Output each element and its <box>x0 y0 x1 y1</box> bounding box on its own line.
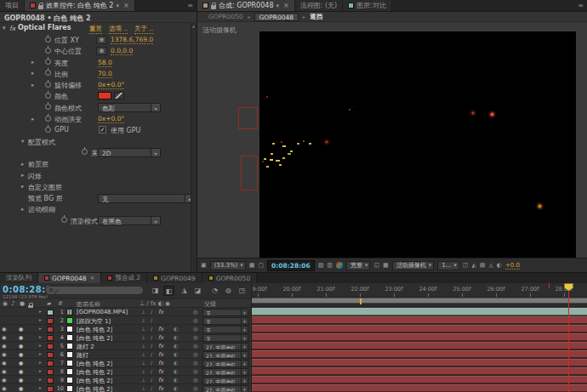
quality-switch-icon[interactable]: ⊥ <box>141 343 145 349</box>
gpu-checkbox[interactable]: ✓ <box>99 126 106 134</box>
motion-blur-switch-icon[interactable]: ◐ <box>174 377 179 383</box>
solo-icon[interactable]: ● <box>19 377 23 383</box>
expander-icon[interactable]: ▸ <box>31 116 34 122</box>
mask-outline[interactable] <box>241 156 258 190</box>
eye-icon[interactable]: ◉ <box>2 360 7 366</box>
layer-duration-bar[interactable] <box>252 367 587 375</box>
solo-icon[interactable]: ● <box>19 343 23 349</box>
chevron-down-icon[interactable]: ▾ <box>276 3 279 9</box>
layer-row[interactable]: ◉●▸4[白色 纯色 2]⊥∕fx◐◎无▾ <box>0 333 251 342</box>
parent-pickwhip-icon[interactable]: ◎ <box>193 385 198 392</box>
eye-icon[interactable]: ◉ <box>2 385 7 392</box>
expander-icon[interactable]: ▸ <box>21 161 24 168</box>
expander-icon[interactable]: ▸ <box>39 334 42 339</box>
parent-dropdown[interactable]: 27. 中间色红▾ <box>202 385 248 392</box>
parent-pickwhip-icon[interactable]: ◎ <box>193 309 198 315</box>
time-ruler[interactable]: 19:00f20:00f21:00f22:00f23:00f24:00f25:0… <box>252 283 587 298</box>
motion-blur-icon[interactable]: ◔ <box>209 286 220 296</box>
solo-icon[interactable]: ● <box>19 368 23 374</box>
label-color-chip[interactable] <box>47 361 54 366</box>
nav-current-comp[interactable]: GOPR0048 <box>254 13 299 21</box>
layer-row[interactable]: ◉●▸10[白色 纯色 2]⊥∕fx◐◎27. 中间色红▾ <box>0 384 251 392</box>
solo-icon[interactable]: ● <box>19 334 23 340</box>
layer-row[interactable]: ◉●▸9[白色 纯色 2]⊥∕fx◐◎27. 中间色红▾ <box>0 376 251 384</box>
parent-pickwhip-icon[interactable]: ◎ <box>193 360 198 366</box>
dropdown[interactable]: 色彩▾ <box>98 103 161 112</box>
eye-icon[interactable]: ◉ <box>2 368 7 375</box>
parent-dropdown[interactable]: 27. 中间色红▾ <box>202 377 248 384</box>
frame-blend-switch-icon[interactable]: ∕ <box>151 317 152 323</box>
property-value[interactable]: 58.0 <box>98 59 112 67</box>
eye-icon[interactable]: ◉ <box>2 351 7 358</box>
stopwatch-icon[interactable] <box>82 149 88 155</box>
magnification-dropdown[interactable]: (33.3%) ▾ <box>210 261 246 270</box>
solo-icon[interactable]: ● <box>19 351 23 357</box>
camera-dropdown[interactable]: 活动摄像机 ▾ <box>392 261 435 270</box>
fast-preview-icon[interactable]: ◭ <box>471 262 476 269</box>
parent-pickwhip-icon[interactable]: ◎ <box>193 343 198 349</box>
mini-flowchart-icon[interactable]: ◨ <box>150 286 161 296</box>
quality-switch-icon[interactable]: ⊥ <box>141 368 145 374</box>
stopwatch-icon[interactable] <box>45 127 51 133</box>
current-time-indicator-line[interactable] <box>568 283 569 392</box>
property-value[interactable]: 0x+0.0° <box>98 115 124 123</box>
color-swatch[interactable] <box>98 92 111 99</box>
draft-3d-icon[interactable]: ◧ <box>163 286 174 296</box>
stopwatch-icon[interactable] <box>45 82 51 88</box>
quality-switch-icon[interactable]: ⊥ <box>141 317 145 323</box>
crosshair-button[interactable]: ⊕ <box>96 36 107 44</box>
layer-duration-bar[interactable] <box>252 333 587 341</box>
tab-layer-compare[interactable]: 图层:对比 <box>343 0 392 11</box>
label-color-chip[interactable] <box>47 327 54 332</box>
fx-switch[interactable]: fx <box>158 343 163 349</box>
tab-effect-controls[interactable]: 效果控件: 白色 纯色 2 ▾ × <box>25 0 135 11</box>
label-color-chip[interactable] <box>47 352 54 358</box>
parent-dropdown[interactable]: 27. 中间色红▾ <box>202 343 248 350</box>
property-value[interactable]: 0.0,0.0 <box>111 47 133 55</box>
motion-blur-switch-icon[interactable]: ◐ <box>174 343 179 349</box>
expander-icon[interactable]: ▸ <box>39 309 42 314</box>
brainstorm-icon[interactable]: ◍ <box>223 286 234 296</box>
frame-blend-switch-icon[interactable]: ∕ <box>151 360 152 366</box>
tab-flowchart[interactable]: 流程图: (无) <box>295 0 343 11</box>
stopwatch-icon[interactable] <box>45 104 51 110</box>
chevron-down-icon[interactable]: ▾ <box>116 3 119 9</box>
fx-switch[interactable]: fx <box>158 377 163 383</box>
tab-project[interactable]: 项目 <box>0 0 25 11</box>
fx-switch[interactable]: fx <box>158 334 163 341</box>
frame-blend-switch-icon[interactable]: ∕ <box>151 326 152 332</box>
stopwatch-icon[interactable] <box>45 48 51 54</box>
show-channels-icon[interactable] <box>336 262 343 269</box>
fx-switch[interactable]: fx <box>158 326 163 332</box>
quality-switch-icon[interactable]: ⊥ <box>141 360 145 366</box>
label-color-chip[interactable] <box>47 335 54 341</box>
fx-switch[interactable]: fx <box>158 309 163 315</box>
layer-name[interactable]: [白色 纯色 2] <box>77 385 112 392</box>
layer-duration-bar[interactable] <box>252 316 587 324</box>
resolution-dropdown[interactable]: 完整 ▾ <box>346 261 371 270</box>
work-area-bar[interactable] <box>252 298 587 304</box>
quality-switch-icon[interactable]: ⊥ <box>141 377 145 383</box>
frame-blend-switch-icon[interactable]: ∕ <box>151 343 152 349</box>
timeline-tab-0[interactable]: 渲染队列 <box>0 273 38 283</box>
dropdown[interactable]: 无▾ <box>98 194 195 203</box>
parent-dropdown[interactable]: 27. 中间色红▾ <box>202 368 248 376</box>
exposure-value[interactable]: +0.0 <box>505 262 520 270</box>
motion-blur-switch-icon[interactable]: ◐ <box>174 326 179 332</box>
eye-icon[interactable]: ◉ <box>2 377 7 383</box>
frame-blend-switch-icon[interactable]: ∕ <box>151 385 152 391</box>
label-color-chip[interactable] <box>47 344 54 349</box>
frame-blend-icon[interactable]: ◪ <box>192 286 203 296</box>
expander-icon[interactable]: ▾ <box>3 25 6 31</box>
parent-pickwhip-icon[interactable]: ◎ <box>193 351 198 358</box>
view-menu-icon[interactable]: ▣ <box>201 262 207 269</box>
expander-icon[interactable]: ▸ <box>31 82 34 88</box>
pixel-aspect-icon[interactable]: ◫ <box>463 262 469 269</box>
fx-switch[interactable]: fx <box>158 368 163 375</box>
timeline-tab-1[interactable]: GOPR0048× <box>38 273 101 283</box>
eyedropper-icon[interactable] <box>114 92 124 99</box>
expander-icon[interactable]: ▸ <box>39 368 42 373</box>
fx-switch[interactable]: fx <box>158 360 163 366</box>
region-of-interest-icon[interactable]: ▢ <box>258 262 264 269</box>
panel-menu-icon[interactable]: ≡ <box>184 0 197 11</box>
